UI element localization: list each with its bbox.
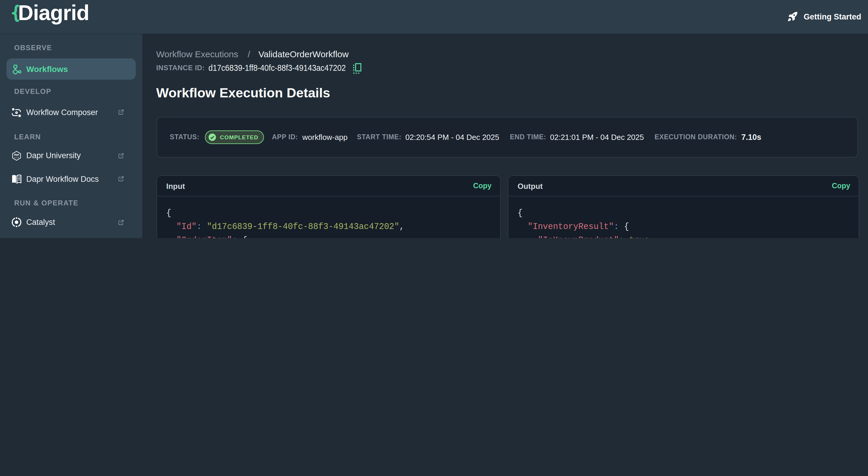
svg-text:University: University (14, 156, 19, 158)
svg-text:dapr: dapr (14, 153, 20, 156)
